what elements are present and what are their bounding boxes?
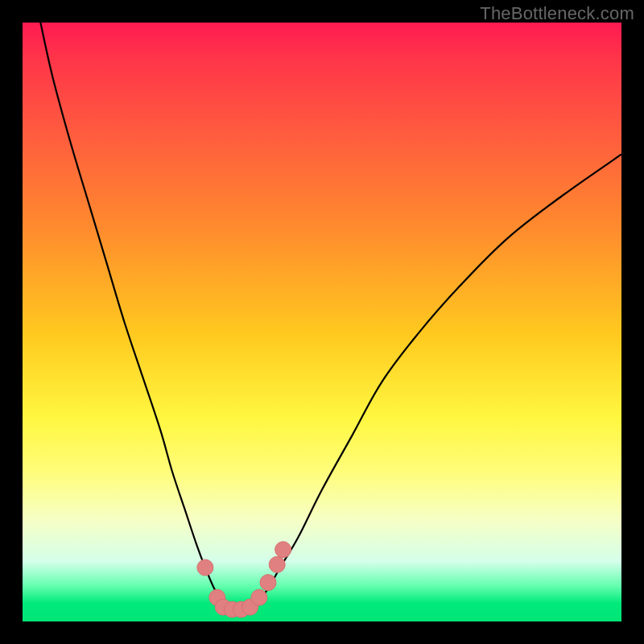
curve-marker	[269, 556, 285, 572]
chart-svg	[23, 23, 621, 621]
curve-marker	[251, 589, 267, 605]
chart-frame: TheBottleneck.com	[0, 0, 644, 644]
curve-marker	[275, 542, 291, 558]
curve-markers	[197, 542, 291, 617]
chart-plot-area	[23, 23, 621, 621]
watermark-text: TheBottleneck.com	[480, 3, 634, 24]
bottleneck-curve	[40, 23, 621, 610]
curve-marker	[197, 559, 213, 576]
curve-marker	[260, 575, 276, 591]
